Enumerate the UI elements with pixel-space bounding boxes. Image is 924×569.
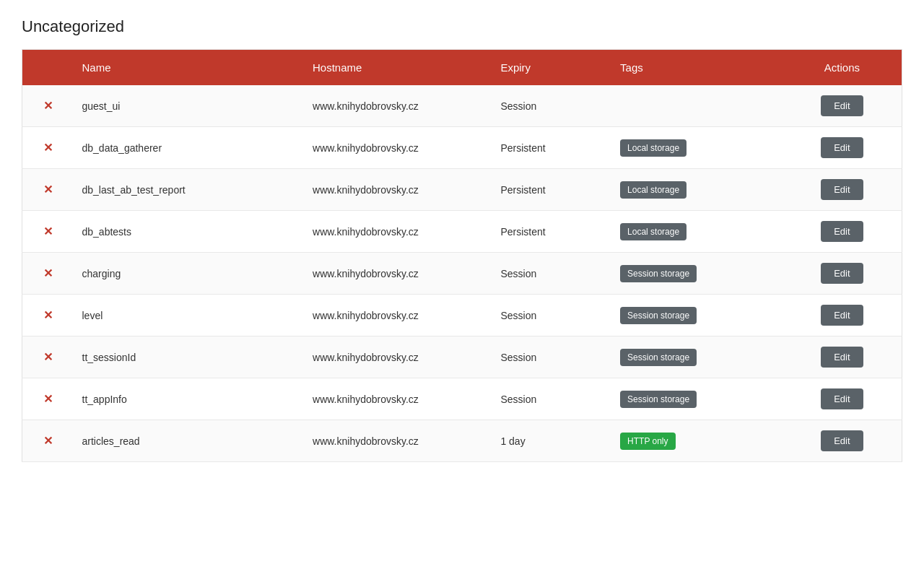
name-cell: charging: [74, 253, 305, 295]
name-cell: level: [74, 295, 305, 336]
hostname-cell: www.knihydobrovsky.cz: [304, 127, 492, 169]
table: Name Hostname Expiry Tags Actions ✕guest…: [22, 49, 902, 462]
delete-cell: ✕: [22, 211, 74, 253]
name-cell: tt_appInfo: [74, 378, 305, 420]
table-row: ✕levelwww.knihydobrovsky.czSessionSessio…: [22, 295, 902, 336]
actions-cell: Edit: [783, 211, 902, 253]
col-header-tags: Tags: [611, 50, 783, 86]
col-header-delete: [22, 50, 74, 86]
expiry-cell: Session: [492, 85, 611, 127]
tag-badge: HTTP only: [620, 433, 675, 450]
hostname-cell: www.knihydobrovsky.cz: [304, 295, 492, 336]
delete-icon[interactable]: ✕: [43, 351, 53, 363]
edit-button[interactable]: Edit: [821, 305, 863, 326]
name-cell: tt_sessionId: [74, 336, 305, 378]
table-row: ✕articles_readwww.knihydobrovsky.cz1 day…: [22, 420, 902, 462]
col-header-name: Name: [74, 50, 305, 86]
actions-cell: Edit: [783, 169, 902, 211]
hostname-cell: www.knihydobrovsky.cz: [304, 420, 492, 462]
tag-badge: Local storage: [620, 139, 687, 157]
delete-icon[interactable]: ✕: [43, 142, 53, 154]
actions-cell: Edit: [783, 378, 902, 420]
delete-icon[interactable]: ✕: [43, 435, 53, 447]
expiry-cell: Persistent: [492, 211, 611, 253]
tag-badge: Local storage: [620, 181, 687, 199]
edit-button[interactable]: Edit: [821, 95, 863, 116]
table-row: ✕db_abtestswww.knihydobrovsky.czPersiste…: [22, 211, 902, 253]
table-row: ✕guest_uiwww.knihydobrovsky.czSessionEdi…: [22, 85, 902, 127]
expiry-cell: Persistent: [492, 169, 611, 211]
edit-button[interactable]: Edit: [821, 347, 863, 368]
expiry-cell: Persistent: [492, 127, 611, 169]
actions-cell: Edit: [783, 295, 902, 336]
actions-cell: Edit: [783, 420, 902, 462]
edit-button[interactable]: Edit: [821, 430, 863, 451]
delete-icon[interactable]: ✕: [43, 183, 53, 196]
actions-cell: Edit: [783, 85, 902, 127]
delete-cell: ✕: [22, 420, 74, 462]
actions-cell: Edit: [783, 127, 902, 169]
hostname-cell: www.knihydobrovsky.cz: [304, 336, 492, 378]
hostname-cell: www.knihydobrovsky.cz: [304, 378, 492, 420]
expiry-cell: Session: [492, 378, 611, 420]
edit-button[interactable]: Edit: [821, 137, 863, 158]
tag-badge: Local storage: [620, 223, 687, 240]
table-header: Name Hostname Expiry Tags Actions: [22, 50, 902, 86]
table-row: ✕chargingwww.knihydobrovsky.czSessionSes…: [22, 253, 902, 295]
col-header-hostname: Hostname: [304, 50, 492, 86]
tags-cell: Local storage: [611, 169, 783, 211]
delete-cell: ✕: [22, 169, 74, 211]
edit-button[interactable]: Edit: [821, 263, 863, 284]
edit-button[interactable]: Edit: [821, 388, 863, 409]
delete-cell: ✕: [22, 253, 74, 295]
hostname-cell: www.knihydobrovsky.cz: [304, 253, 492, 295]
delete-icon[interactable]: ✕: [43, 267, 53, 279]
col-header-actions: Actions: [783, 50, 902, 86]
tag-badge: Session storage: [620, 391, 697, 408]
expiry-cell: Session: [492, 253, 611, 295]
tags-cell: HTTP only: [611, 420, 783, 462]
delete-icon[interactable]: ✕: [43, 393, 53, 405]
delete-cell: ✕: [22, 295, 74, 336]
actions-cell: Edit: [783, 336, 902, 378]
edit-button[interactable]: Edit: [821, 179, 863, 200]
name-cell: db_last_ab_test_report: [74, 169, 305, 211]
table-row: ✕db_data_gathererwww.knihydobrovsky.czPe…: [22, 127, 902, 169]
delete-cell: ✕: [22, 127, 74, 169]
table-row: ✕db_last_ab_test_reportwww.knihydobrovsk…: [22, 169, 902, 211]
tags-cell: Session storage: [611, 378, 783, 420]
name-cell: db_abtests: [74, 211, 305, 253]
table-row: ✕tt_appInfowww.knihydobrovsky.czSessionS…: [22, 378, 902, 420]
tags-cell: Session storage: [611, 253, 783, 295]
actions-cell: Edit: [783, 253, 902, 295]
hostname-cell: www.knihydobrovsky.cz: [304, 85, 492, 127]
col-header-expiry: Expiry: [492, 50, 611, 86]
expiry-cell: Session: [492, 336, 611, 378]
tags-cell: Session storage: [611, 295, 783, 336]
edit-button[interactable]: Edit: [821, 221, 863, 242]
name-cell: articles_read: [74, 420, 305, 462]
tag-badge: Session storage: [620, 307, 697, 324]
tags-cell: [611, 85, 783, 127]
delete-icon[interactable]: ✕: [43, 100, 53, 112]
page-title: Uncategorized: [22, 17, 902, 36]
table-row: ✕tt_sessionIdwww.knihydobrovsky.czSessio…: [22, 336, 902, 378]
expiry-cell: Session: [492, 295, 611, 336]
delete-cell: ✕: [22, 378, 74, 420]
delete-cell: ✕: [22, 336, 74, 378]
name-cell: guest_ui: [74, 85, 305, 127]
expiry-cell: 1 day: [492, 420, 611, 462]
tag-badge: Session storage: [620, 349, 697, 366]
tags-cell: Local storage: [611, 127, 783, 169]
tags-cell: Local storage: [611, 211, 783, 253]
hostname-cell: www.knihydobrovsky.cz: [304, 211, 492, 253]
delete-cell: ✕: [22, 85, 74, 127]
tag-badge: Session storage: [620, 265, 697, 282]
hostname-cell: www.knihydobrovsky.cz: [304, 169, 492, 211]
tags-cell: Session storage: [611, 336, 783, 378]
delete-icon[interactable]: ✕: [43, 225, 53, 238]
name-cell: db_data_gatherer: [74, 127, 305, 169]
delete-icon[interactable]: ✕: [43, 309, 53, 321]
